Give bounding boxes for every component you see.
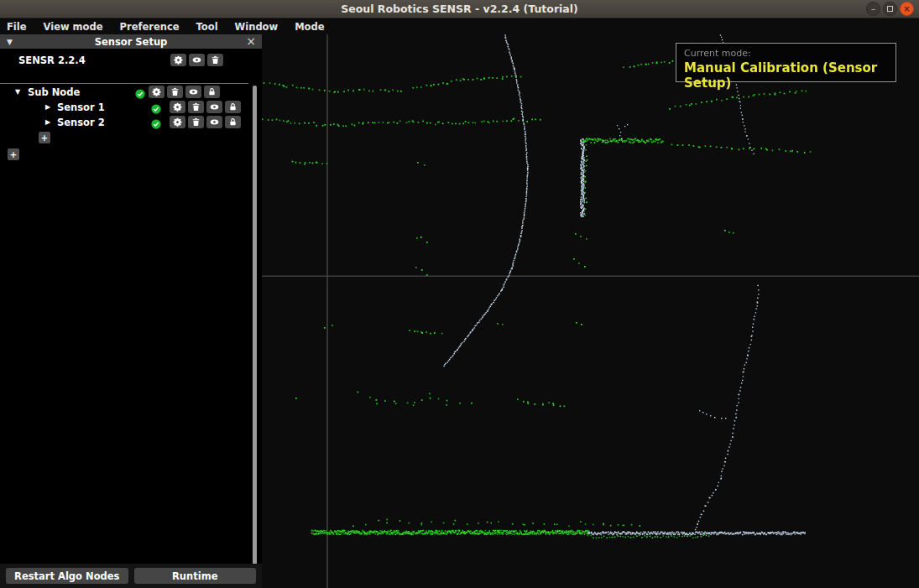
restart-algo-nodes-button[interactable]: Restart Algo Nodes	[6, 568, 128, 584]
panel-header: ▼ Sensor Setup ×	[0, 34, 262, 49]
status-ok-icon	[151, 117, 161, 133]
sensor-setup-panel: ▼ Sensor Setup × + + SENSR 2.2.4▼Sub Nod…	[0, 34, 262, 588]
lock-button[interactable]	[204, 86, 220, 98]
eye-button[interactable]	[206, 101, 222, 113]
eye-icon	[189, 87, 198, 96]
row-actions	[149, 86, 220, 98]
gear-icon	[152, 87, 161, 96]
lock-button[interactable]	[225, 116, 241, 128]
gear-button[interactable]	[149, 86, 164, 98]
gear-button[interactable]	[170, 116, 185, 128]
panel-footer: Restart Algo Nodes Runtime	[0, 564, 262, 588]
row-actions	[170, 101, 241, 113]
window-title: Seoul Robotics SENSR - v2.2.4 (Tutorial)	[341, 3, 578, 15]
node-label: SENSR 2.2.4	[18, 55, 86, 66]
menu-bar: File View mode Preference Tool Window Mo…	[0, 18, 919, 34]
eye-button[interactable]	[189, 54, 205, 66]
gear-icon	[173, 102, 182, 112]
tree-row-sensor-2[interactable]: ▶Sensor 2	[0, 116, 262, 129]
node-label: Sensor 2	[57, 117, 105, 128]
gear-icon	[174, 55, 183, 65]
tree-divider	[0, 83, 248, 84]
current-mode-value: Manual Calibration (Sensor Setup)	[684, 60, 888, 91]
runtime-button[interactable]: Runtime	[134, 568, 257, 584]
trash-button[interactable]	[167, 86, 183, 98]
gear-icon	[173, 117, 182, 127]
trash-button[interactable]	[207, 54, 223, 66]
panel-close-button[interactable]: ×	[246, 34, 256, 49]
panel-title: Sensor Setup	[0, 36, 262, 48]
lock-icon	[228, 102, 238, 112]
gear-button[interactable]	[170, 101, 185, 113]
viewport-area: Current mode: Manual Calibration (Sensor…	[262, 34, 919, 588]
row-actions	[170, 116, 241, 128]
eye-icon	[192, 55, 201, 65]
current-mode-label: Current mode:	[684, 48, 888, 59]
window-controls: – ×	[866, 2, 914, 16]
menu-item-view-mode[interactable]: View mode	[35, 21, 112, 33]
row-actions	[170, 54, 223, 66]
sensor-tree: + + SENSR 2.2.4▼Sub Node▶Sensor 1▶Sensor…	[0, 49, 262, 564]
menu-item-mode[interactable]: Mode	[286, 21, 332, 33]
minimize-button[interactable]: –	[866, 2, 880, 16]
eye-button[interactable]	[185, 86, 201, 98]
pointcloud-viewport[interactable]	[262, 34, 919, 588]
chevron-right-icon[interactable]: ▶	[45, 103, 50, 111]
trash-icon	[191, 117, 201, 127]
menu-item-tool[interactable]: Tool	[188, 21, 227, 33]
trash-icon	[191, 102, 201, 112]
lock-button[interactable]	[225, 101, 241, 113]
tree-row-sensor-1[interactable]: ▶Sensor 1	[0, 101, 262, 114]
trash-button[interactable]	[188, 101, 204, 113]
chevron-down-icon[interactable]: ▼	[15, 88, 20, 96]
eye-icon	[210, 117, 219, 127]
gear-button[interactable]	[170, 54, 186, 66]
eye-icon	[210, 102, 219, 112]
mode-overlay: Current mode: Manual Calibration (Sensor…	[676, 43, 896, 82]
chevron-right-icon[interactable]: ▶	[45, 118, 50, 126]
add-sensor-button[interactable]: +	[39, 132, 50, 143]
add-node-button[interactable]: +	[8, 148, 19, 160]
tree-row-sensr-2-2-4[interactable]: SENSR 2.2.4	[0, 54, 262, 67]
window-titlebar: Seoul Robotics SENSR - v2.2.4 (Tutorial)…	[0, 0, 919, 18]
maximize-button[interactable]	[883, 2, 897, 16]
node-label: Sub Node	[28, 86, 80, 98]
trash-button[interactable]	[188, 116, 204, 128]
menu-item-window[interactable]: Window	[227, 21, 287, 33]
node-label: Sensor 1	[57, 101, 105, 113]
maximize-icon	[887, 6, 893, 12]
menu-item-file[interactable]: File	[2, 21, 35, 33]
tree-scrollbar[interactable]	[253, 86, 257, 564]
trash-icon	[211, 55, 220, 65]
menu-item-preference[interactable]: Preference	[112, 21, 188, 33]
tree-row-sub-node[interactable]: ▼Sub Node	[0, 86, 262, 99]
lock-icon	[228, 117, 238, 127]
lock-icon	[207, 87, 217, 96]
trash-icon	[170, 87, 180, 96]
eye-button[interactable]	[206, 116, 222, 128]
close-button[interactable]: ×	[900, 2, 914, 16]
